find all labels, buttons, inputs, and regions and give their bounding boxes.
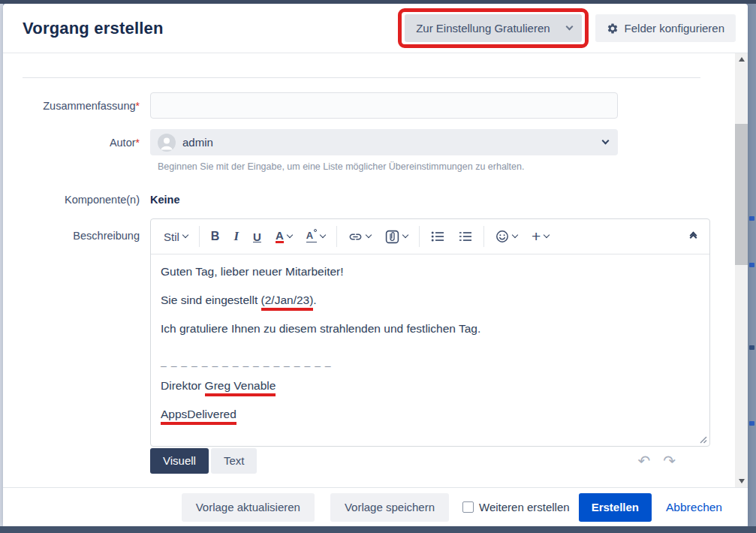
description-editor: Stil B I U A [150, 218, 710, 474]
numbered-list-icon [459, 230, 472, 242]
editor-toolbar: Stil B I U A [151, 219, 709, 254]
author-row: Autor* admin [3, 129, 735, 155]
font-size-glyph: A [306, 230, 317, 242]
paragraph-signature: Direktor Greg Venable [161, 378, 700, 394]
emoji-icon [495, 230, 509, 243]
undo-icon[interactable]: ↶ [637, 453, 650, 468]
style-dropdown[interactable]: Stil [164, 230, 188, 243]
dialog-footer: Vorlage aktualisieren Vorlage speichern … [3, 487, 748, 526]
numbered-list-button[interactable] [459, 230, 472, 242]
toolbar-group-lists [419, 226, 483, 247]
create-another-label: Weiteren erstellen [479, 501, 570, 513]
backdrop-bottom-strip [0, 526, 756, 533]
update-template-button[interactable]: Vorlage aktualisieren [182, 493, 315, 522]
bold-button[interactable]: B [211, 230, 220, 243]
scroll-down-arrow[interactable] [735, 475, 748, 487]
tab-visual[interactable]: Visuell [150, 448, 209, 474]
dialog-header: Vorgang erstellen Zur Einstellung Gratul… [3, 4, 748, 53]
create-issue-dialog: Vorgang erstellen Zur Einstellung Gratul… [3, 4, 748, 526]
chevron-down-icon [286, 232, 292, 238]
chevron-down-icon [182, 232, 188, 238]
description-row: Beschreibung Stil B [3, 218, 735, 474]
backdrop-fragment [749, 421, 754, 426]
components-value: Keine [150, 194, 180, 206]
form-scroll-area: Zusammenfassung* Autor* admin Beginnen S… [3, 53, 735, 487]
attachment-button[interactable] [385, 230, 408, 244]
underline-button[interactable]: U [253, 230, 261, 243]
chevron-down-icon [565, 23, 573, 31]
backdrop-fragment [749, 216, 754, 221]
text-color-button[interactable]: A [276, 230, 292, 244]
style-dropdown-label: Stil [164, 230, 179, 243]
font-size-button[interactable]: A [306, 230, 325, 242]
vertical-scrollbar[interactable] [735, 53, 748, 487]
dialog-body: Zusammenfassung* Autor* admin Beginnen S… [3, 53, 748, 487]
scrollbar-thumb[interactable] [735, 124, 748, 265]
link-button[interactable] [348, 230, 371, 244]
backdrop-fragment [749, 263, 754, 267]
backdrop-top-strip [0, 0, 756, 4]
paragraph-company: AppsDelivered [161, 406, 700, 423]
resize-handle[interactable] [698, 435, 707, 444]
create-another-checkbox[interactable] [462, 501, 474, 513]
redo-icon[interactable]: ↷ [663, 453, 676, 468]
bullet-list-icon [431, 230, 444, 242]
toolbar-group-insert [336, 226, 419, 247]
toolbar-group-style: Stil [152, 226, 199, 247]
toolbar-group-extras: + [483, 226, 560, 247]
summary-input[interactable] [150, 92, 618, 119]
chevron-down-icon [366, 232, 372, 238]
components-row: Komponente(n) Keine [3, 194, 735, 206]
editor-content[interactable]: Guten Tag, lieber neuer Mitarbeiter! Sie… [151, 254, 709, 446]
bullet-list-button[interactable] [431, 230, 444, 242]
required-asterisk: * [136, 137, 140, 149]
form-divider [23, 77, 700, 78]
paragraph-separator: _ _ _ _ _ _ _ _ _ _ _ _ _ _ _ _ _ [161, 354, 700, 370]
create-button[interactable]: Erstellen [579, 493, 652, 522]
create-another-group: Weiteren erstellen [462, 501, 570, 513]
cancel-link[interactable]: Abbrechen [661, 500, 727, 515]
tab-text[interactable]: Text [211, 448, 258, 474]
author-helper-text: Beginnen Sie mit der Eingabe, um eine Li… [158, 161, 735, 172]
insert-more-button[interactable]: + [532, 230, 549, 244]
backdrop-fragment [749, 345, 754, 350]
author-select[interactable]: admin [150, 129, 618, 155]
toolbar-group-format: B I U A A [199, 226, 336, 247]
backdrop-right-strip [748, 4, 756, 526]
undo-redo-group: ↶ ↷ [637, 453, 676, 468]
red-underline-annotation: AppsDelivered [161, 408, 236, 425]
configure-fields-label: Felder konfigurieren [625, 22, 724, 35]
paragraph-congrats: Ich gratuliere Ihnen zu diesem strahlend… [161, 321, 700, 337]
chevron-down-icon [602, 137, 610, 145]
italic-button[interactable]: I [233, 229, 239, 244]
paperclip-icon [385, 230, 399, 244]
emoji-button[interactable] [495, 230, 517, 243]
required-asterisk: * [136, 100, 140, 112]
author-label: Autor* [11, 137, 150, 149]
avatar [158, 134, 176, 152]
chevron-down-icon [544, 232, 550, 238]
red-underline-annotation: (2/Jan/23) [261, 294, 314, 311]
rich-text-editor: Stil B I U A [150, 218, 710, 447]
author-value: admin [182, 136, 213, 149]
components-label: Komponente(n) [11, 194, 150, 206]
summary-row: Zusammenfassung* [3, 92, 735, 119]
chevron-down-icon [320, 232, 326, 238]
plus-icon: + [532, 228, 541, 244]
description-label: Beschreibung [11, 218, 150, 242]
scroll-up-arrow[interactable] [735, 53, 748, 65]
link-icon [348, 230, 363, 244]
editor-tabstrip: Visuell Text ↶ ↷ [150, 447, 710, 474]
summary-label: Zusammenfassung* [11, 100, 150, 112]
text-color-glyph: A [276, 230, 284, 244]
paragraph-greeting: Guten Tag, lieber neuer Mitarbeiter! [161, 263, 700, 280]
red-underline-annotation: Greg Venable [205, 379, 276, 396]
template-dropdown-button[interactable]: Zur Einstellung Gratulieren [405, 14, 581, 42]
paragraph-hired: Sie sind eingestellt (2/Jan/23). [161, 292, 700, 309]
gear-icon [607, 23, 619, 35]
save-template-button[interactable]: Vorlage speichern [330, 493, 449, 522]
template-dropdown-label: Zur Einstellung Gratulieren [416, 22, 550, 35]
collapse-toolbar-button[interactable] [691, 233, 697, 240]
chevron-down-icon [402, 232, 408, 238]
configure-fields-button[interactable]: Felder konfigurieren [595, 14, 736, 42]
